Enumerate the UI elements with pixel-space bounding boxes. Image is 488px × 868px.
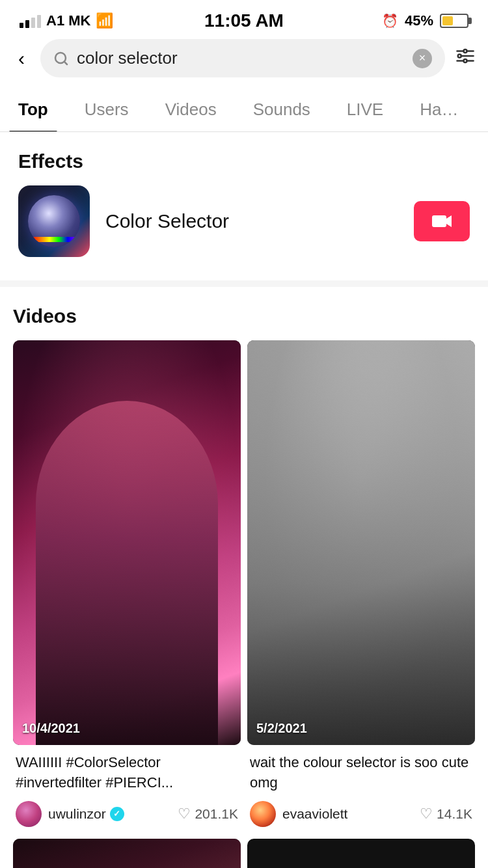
record-button[interactable] — [414, 201, 470, 241]
video-info-2: wait the colour selector is soo cute omg… — [247, 745, 475, 832]
svg-rect-10 — [432, 215, 446, 227]
avatar-1 — [16, 801, 42, 827]
alarm-icon: ⏰ — [382, 13, 398, 29]
video-thumbnail-4 — [247, 839, 475, 868]
signal-bar-4 — [37, 15, 41, 28]
heart-icon-1: ♡ — [178, 806, 191, 822]
figure-silhouette-1 — [36, 401, 218, 745]
video-thumbnail-1: 10/4/2021 — [13, 340, 241, 745]
search-icon — [53, 51, 69, 66]
figure-silhouette-2 — [247, 340, 475, 745]
like-count-1: ♡ 201.1K — [178, 806, 238, 822]
effects-section: Effects Color Selector — [0, 132, 488, 280]
section-divider — [0, 280, 488, 287]
tab-videos[interactable]: Videos — [147, 88, 235, 131]
signal-bar-1 — [20, 23, 23, 28]
signal-bar-2 — [25, 20, 29, 28]
video-thumbnail-2: 5/2/2021 — [247, 340, 475, 745]
tab-live[interactable]: LIVE — [329, 88, 401, 131]
effect-icon — [18, 185, 90, 257]
video-thumb-bg-3 — [13, 839, 241, 868]
video-card-1[interactable]: 10/4/2021 WAIIIIII #ColorSelector #inver… — [13, 340, 241, 832]
video-thumbnail-3 — [13, 839, 241, 868]
effect-name: Color Selector — [105, 210, 398, 232]
username-wrap-1: uwulinzor ✓ — [48, 806, 124, 822]
carrier-label: A1 MK — [46, 12, 90, 29]
tab-hashtags[interactable]: Ha… — [401, 88, 476, 131]
tab-top[interactable]: Top — [0, 88, 66, 131]
verified-badge-1: ✓ — [110, 807, 124, 821]
likes-value-1: 201.1K — [195, 806, 238, 822]
wifi-icon: 📶 — [96, 12, 113, 29]
video-date-2: 5/2/2021 — [256, 721, 307, 736]
tab-users[interactable]: Users — [66, 88, 147, 131]
like-count-2: ♡ 14.1K — [420, 806, 472, 822]
clear-search-button[interactable]: × — [413, 49, 432, 68]
svg-marker-11 — [446, 215, 452, 227]
video-date-1: 10/4/2021 — [22, 721, 80, 736]
tab-bar: Top Users Videos Sounds LIVE Ha… — [0, 88, 488, 132]
status-bar: A1 MK 📶 11:05 AM ⏰ 45% — [0, 0, 488, 39]
battery-icon — [440, 14, 468, 28]
effects-section-title: Effects — [18, 150, 470, 172]
video-meta-2: evaaviolett ♡ 14.1K — [250, 801, 472, 827]
search-query: color selector — [77, 48, 405, 68]
filter-button[interactable] — [455, 46, 475, 70]
avatar-2 — [250, 801, 276, 827]
likes-value-2: 14.1K — [437, 806, 472, 822]
svg-line-1 — [64, 61, 67, 64]
video-card-4[interactable] — [247, 839, 475, 868]
video-card-2[interactable]: 5/2/2021 wait the colour selector is soo… — [247, 340, 475, 832]
username-1: uwulinzor — [48, 806, 106, 822]
username-wrap-2: evaaviolett — [282, 806, 347, 822]
signal-bars — [20, 14, 41, 28]
videos-section: Videos 10/4/2021 WAIIIIII #ColorSelector… — [0, 287, 488, 868]
videos-section-title: Videos — [13, 305, 475, 327]
status-time: 11:05 AM — [204, 10, 284, 31]
video-info-1: WAIIIIII #ColorSelector #invertedfilter … — [13, 745, 241, 832]
signal-bar-3 — [31, 18, 35, 28]
status-right: ⏰ 45% — [382, 12, 468, 29]
battery-percent: 45% — [405, 12, 433, 29]
video-title-2: wait the colour selector is soo cute omg — [250, 753, 472, 793]
effect-icon-inner — [28, 195, 80, 247]
username-2: evaaviolett — [282, 806, 347, 822]
videos-grid: 10/4/2021 WAIIIIII #ColorSelector #inver… — [13, 340, 475, 868]
tab-sounds[interactable]: Sounds — [235, 88, 329, 131]
video-title-1: WAIIIIII #ColorSelector #invertedfilter … — [16, 753, 238, 793]
video-meta-1: uwulinzor ✓ ♡ 201.1K — [16, 801, 238, 827]
effect-item: Color Selector — [18, 185, 470, 273]
search-input-wrap: color selector × — [40, 39, 445, 77]
battery-fill — [442, 16, 453, 25]
video-card-3[interactable] — [13, 839, 241, 868]
heart-icon-2: ♡ — [420, 806, 433, 822]
search-bar: ‹ color selector × — [0, 39, 488, 88]
camera-icon — [432, 213, 452, 230]
status-left: A1 MK 📶 — [20, 12, 113, 29]
back-button[interactable]: ‹ — [13, 45, 30, 72]
